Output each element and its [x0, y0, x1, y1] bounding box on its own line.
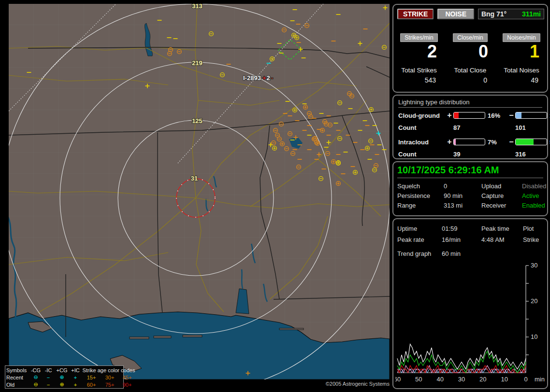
age-45: 45+: [118, 375, 136, 380]
capture-label: Capture: [481, 192, 522, 199]
barrier-island: [183, 335, 202, 337]
svg-text:min: min: [535, 376, 545, 383]
count-label: Count: [398, 151, 446, 158]
cg-positive-bar: [453, 112, 485, 119]
barrier-island: [154, 336, 171, 338]
total-noises-label: Total Noises: [496, 67, 547, 74]
total-close-value: 0: [445, 76, 496, 84]
uptime-value: 01:59: [442, 225, 481, 232]
legend-header-symbols: Symbols: [6, 367, 29, 373]
peak-rate-label: Peak rate: [397, 236, 442, 243]
age-15: 15+: [82, 375, 101, 380]
svg-text:10: 10: [501, 376, 507, 383]
svg-text:20: 20: [531, 297, 537, 305]
storm-cell-label: I-2893+2-: [243, 74, 273, 82]
svg-text:30: 30: [458, 376, 465, 383]
ring-label-313: 313: [192, 4, 203, 10]
plus-sign: +: [446, 111, 453, 120]
total-strikes-label: Total Strikes: [393, 67, 445, 74]
trend-panel: Uptime 01:59 Peak time Plot Peak rate 16…: [392, 218, 548, 389]
svg-text:40: 40: [436, 376, 443, 383]
receiver-value: Enabled: [522, 202, 547, 209]
svg-text:20: 20: [479, 376, 486, 383]
total-strikes-value: 543: [393, 76, 445, 84]
minus-icon: −: [42, 382, 55, 388]
range-value: 313 mi: [444, 202, 481, 209]
legend-row-old: Old: [6, 382, 29, 388]
plus-icon: +: [69, 375, 82, 380]
plus-icon: +: [69, 382, 82, 388]
trend-graph-value: 60 min: [442, 250, 543, 257]
bearing-display: Bng 71° 311mi: [478, 9, 544, 19]
noises-per-min-value: 1: [496, 42, 547, 62]
rates-panel: STRIKE NOISE Bng 71° 311mi Strikes/min C…: [392, 4, 548, 93]
ic-positive-pct: 7%: [485, 139, 507, 146]
ic-negative-count: 316: [515, 151, 547, 158]
noise-button[interactable]: NOISE: [437, 9, 474, 19]
peak-rate-value: 16/min: [442, 236, 481, 243]
status-panel: 10/17/2025 6:29:16 AM Squelch 0 Upload D…: [392, 161, 548, 216]
legend-header-pcg: +CG: [55, 367, 69, 373]
total-close-label: Total Close: [445, 67, 496, 74]
svg-text:60: 60: [395, 376, 401, 383]
app-window: 313 219 125 31 I-2893+2- Symbols -CG -IC…: [0, 0, 550, 392]
cg-negative-count: 101: [515, 124, 547, 131]
legend-header-nic: -IC: [42, 367, 55, 373]
map-symbol-legend: Symbols -CG -IC +CG +IC Strike age color…: [5, 365, 124, 389]
cg-negative-bar: [515, 112, 547, 119]
legend-row-recent: Recent: [6, 375, 29, 380]
ring-label-219: 219: [192, 59, 203, 67]
upload-value: Disabled: [522, 182, 547, 190]
circle-minus-icon: ⊖: [29, 381, 42, 388]
svg-text:30: 30: [531, 262, 537, 269]
plus-sign: +: [446, 138, 453, 146]
minus-sign: −: [507, 111, 515, 120]
peak-time-value: 4:48 AM: [481, 236, 523, 243]
trend-graph-label: Trend graph: [397, 250, 442, 257]
ring-label-31: 31: [191, 175, 198, 182]
noises-per-min-chip[interactable]: Noises/min: [503, 33, 540, 42]
circle-plus-icon: ⊕: [55, 381, 69, 388]
capture-value: Active: [522, 192, 547, 199]
ic-positive-bar: [453, 139, 485, 145]
bearing-range: 311mi: [522, 10, 541, 18]
persistence-value: 90 min: [444, 192, 481, 199]
strike-button[interactable]: STRIKE: [397, 9, 434, 19]
count-label: Count: [398, 124, 446, 131]
copyright-text: ©2005 Astrogenic Systems: [232, 381, 390, 387]
range-label: Range: [397, 202, 444, 209]
bearing-label: Bng 71°: [481, 10, 507, 18]
ic-negative-pct: 58%: [547, 139, 550, 146]
legend-header-ncg: -CG: [29, 367, 42, 373]
squelch-value: 0: [444, 182, 481, 190]
svg-text:10: 10: [531, 333, 537, 340]
peak-time-label: Peak time: [481, 225, 523, 232]
age-75: 75+: [101, 382, 118, 388]
trend-axis-labels: 1020306050403020100min: [395, 262, 545, 383]
cg-positive-count: 87: [453, 124, 485, 131]
ic-positive-count: 39: [453, 151, 485, 158]
plot-label: Plot: [523, 225, 543, 232]
intracloud-label: Intracloud: [398, 139, 446, 146]
plot-value: Strike: [523, 236, 543, 243]
cg-positive-pct: 16%: [485, 112, 507, 119]
age-90: 90+: [118, 382, 136, 388]
strikes-per-min-chip[interactable]: Strikes/min: [400, 33, 437, 42]
cloud-ground-label: Cloud-ground: [398, 112, 446, 119]
map-canvas[interactable]: 313 219 125 31 I-2893+2-: [9, 4, 390, 379]
minus-sign: −: [507, 138, 515, 146]
datetime-display: 10/17/2025 6:29:16 AM: [397, 165, 543, 178]
close-per-min-chip[interactable]: Close/min: [453, 33, 487, 42]
circle-minus-icon: ⊖: [29, 374, 42, 380]
lightning-map[interactable]: 313 219 125 31 I-2893+2-: [9, 4, 390, 379]
barrier-island: [279, 328, 304, 330]
distribution-title: Lightning type distribution: [398, 98, 542, 108]
svg-text:0: 0: [524, 376, 527, 383]
strikes-per-min-value: 2: [393, 42, 445, 62]
ic-negative-bar: [515, 139, 547, 145]
barrier-island: [130, 337, 149, 339]
age-60: 60+: [82, 382, 101, 388]
age-30: 30+: [101, 375, 118, 380]
circle-plus-icon: ⊕: [55, 374, 69, 380]
legend-age-title: Strike age color codes: [82, 367, 136, 373]
